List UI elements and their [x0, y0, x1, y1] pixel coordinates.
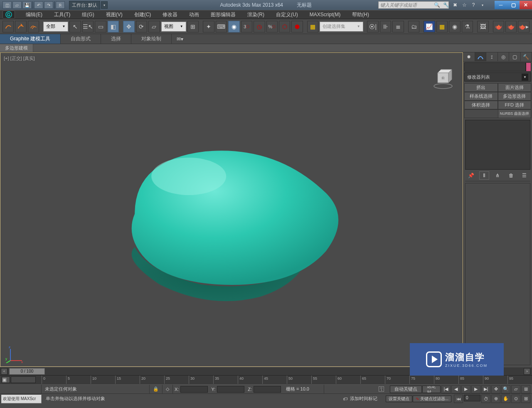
ribbon-tab-selection[interactable]: 选择	[101, 34, 131, 44]
material-icon[interactable]: ◉	[449, 21, 460, 32]
prev-frame-icon[interactable]: ◀	[451, 385, 461, 393]
nav-walk-icon[interactable]: ⊙	[511, 395, 520, 403]
render-setup-icon[interactable]: ⚗	[462, 21, 473, 32]
mod-ffd-select[interactable]: FFD 选择	[498, 101, 532, 109]
bind-icon[interactable]	[28, 21, 39, 32]
pivot-icon[interactable]: ⊞	[187, 21, 199, 32]
app-logo-icon[interactable]: G	[2, 10, 15, 19]
render-frame-icon[interactable]: 🖼	[477, 21, 488, 32]
tab-create-icon[interactable]: ✹	[463, 52, 475, 61]
nav-fov-icon[interactable]: ▱	[511, 385, 520, 393]
tb-toggle-icon[interactable]: ▣	[2, 376, 10, 383]
unlink-icon[interactable]	[15, 21, 26, 32]
qat-link-icon[interactable]: ⎘	[56, 1, 65, 9]
curve-editor-icon[interactable]: 📈	[424, 21, 435, 32]
percent-snap-icon[interactable]: %⬡	[266, 21, 278, 32]
menu-maxscript[interactable]: MAXScript(M)	[304, 11, 347, 18]
selection-set-dropdown[interactable]: 创建选择集▼	[320, 22, 363, 32]
nav-all-icon[interactable]: ⊞	[521, 385, 530, 393]
next-frame-icon[interactable]: ▶	[471, 385, 480, 393]
workspace-arrow-icon[interactable]: ▾	[101, 1, 108, 9]
layer-manager-icon[interactable]: 🗂	[408, 21, 419, 32]
key-prev-icon[interactable]: ⏮	[454, 395, 463, 403]
search-icon[interactable]: 🔍	[433, 1, 441, 9]
goto-start-icon[interactable]: |◀	[441, 385, 451, 393]
tab-hierarchy-icon[interactable]: ⟟	[486, 52, 498, 61]
window-crossing-icon[interactable]: ◧	[108, 21, 119, 32]
menu-edit[interactable]: 编辑(E)	[20, 10, 48, 19]
named-sel-icon[interactable]: ▦	[307, 21, 318, 32]
key-icon[interactable]: 🔧	[442, 1, 450, 9]
menu-tools[interactable]: 工具(T)	[48, 10, 76, 19]
menu-customize[interactable]: 自定义(U)	[270, 10, 304, 19]
menu-help[interactable]: 帮助(H)	[346, 10, 375, 19]
modifier-stack[interactable]	[465, 120, 530, 170]
params-rollout[interactable]	[465, 183, 530, 365]
schematic-icon[interactable]: ▦	[436, 21, 448, 32]
tab-modify-icon[interactable]	[475, 52, 487, 61]
select-name-icon[interactable]: ☰↖	[82, 21, 94, 32]
qat-open-icon[interactable]: ▱	[12, 1, 22, 9]
remove-mod-icon[interactable]: 🗑	[506, 171, 516, 180]
set-key-button[interactable]: 设置关键点	[386, 396, 412, 402]
add-time-tag[interactable]: 添加时间标记	[350, 396, 386, 402]
qat-undo-icon[interactable]: ↶	[34, 1, 43, 9]
menu-group[interactable]: 组(G)	[76, 10, 100, 19]
show-result-icon[interactable]: Ⅱ	[479, 171, 489, 180]
object-color-swatch[interactable]	[526, 62, 531, 72]
key-mode-icon[interactable]: ⚿	[378, 386, 385, 393]
move-icon[interactable]: ✥	[123, 21, 134, 32]
iso-icon[interactable]: ◇	[163, 385, 173, 393]
mod-spline-select[interactable]: 样条线选择	[464, 92, 498, 101]
configure-icon[interactable]: ☰	[520, 171, 530, 180]
nav-max-icon[interactable]: ⊞	[521, 395, 530, 403]
render-iter-icon[interactable]: 🫖	[505, 21, 517, 32]
mod-poly-select[interactable]: 多边形选择	[498, 92, 532, 101]
nav-pan2-icon[interactable]: ✋	[501, 395, 510, 403]
ribbon-tab-paint[interactable]: 对象绘制	[131, 34, 172, 44]
select-icon[interactable]: ↖	[69, 21, 81, 32]
x-field[interactable]	[180, 386, 208, 393]
auto-key-button[interactable]: 自动关键点	[390, 386, 422, 393]
mod-extrude[interactable]: 挤出	[464, 83, 498, 92]
maxscript-listener[interactable]: 欢迎使用 MAXScr	[1, 394, 42, 403]
z-field[interactable]	[254, 386, 281, 393]
modifier-list-dropdown[interactable]: 修改器列表▼	[464, 72, 531, 82]
time-config-icon[interactable]: ⏱	[481, 395, 490, 403]
subribbon-polymod[interactable]: 多边形建模	[0, 44, 33, 52]
render-prod-icon[interactable]: 🫖	[493, 21, 504, 32]
menu-views[interactable]: 视图(V)	[100, 10, 128, 19]
nav-orbit-icon[interactable]: ⊕	[491, 395, 500, 403]
ts-right-icon[interactable]: >	[524, 368, 530, 375]
pin-stack-icon[interactable]: 📌	[466, 171, 476, 180]
mod-vol-select[interactable]: 体积选择	[464, 101, 498, 109]
ribbon-tab-freeform[interactable]: 自由形式	[61, 34, 101, 44]
time-tag-icon[interactable]: 🏷	[340, 396, 350, 401]
spinner-snap-icon[interactable]: ⬡	[279, 21, 290, 32]
keyboard-shortcut-icon[interactable]: ⌨	[216, 21, 227, 32]
scale-icon[interactable]: ▱	[148, 21, 160, 32]
goto-end-icon[interactable]: ▶|	[481, 385, 490, 393]
tab-motion-icon[interactable]: ◎	[498, 52, 510, 61]
qat-new-icon[interactable]: ◫	[2, 1, 12, 9]
play-icon[interactable]: ▶	[461, 385, 470, 393]
align-icon[interactable]: ⊪	[380, 21, 391, 32]
mod-patch-select[interactable]: 面片选择	[498, 83, 532, 92]
angle-snap-icon[interactable]: ◷	[254, 21, 265, 32]
ts-handle[interactable]: 0 / 100	[9, 368, 45, 375]
track-bar[interactable]: ▣ 05101520253035404550556065707580859095	[0, 375, 532, 384]
qat-redo-icon[interactable]: ↷	[44, 1, 53, 9]
y-field[interactable]	[217, 386, 244, 393]
rotate-icon[interactable]: ⟳	[136, 21, 147, 32]
snap-3-icon[interactable]: 3⬡	[241, 21, 252, 32]
viewport[interactable]: [+] [正交] [真实] 前	[0, 52, 463, 367]
help-icon[interactable]: ?	[470, 1, 477, 9]
exchange-icon[interactable]: ✖	[451, 1, 459, 9]
menu-animation[interactable]: 动画	[183, 10, 205, 19]
mod-nurbs-select[interactable]: NURBS 曲面选择	[498, 109, 532, 118]
manipulate-icon[interactable]: ✦	[203, 21, 214, 32]
help-arrow-icon[interactable]: ▾	[479, 1, 486, 9]
render-last-icon[interactable]: 🫖▸	[518, 21, 529, 32]
key-filter-button[interactable]: ∿ 关键点过滤器...	[413, 396, 451, 402]
maximize-button[interactable]: ▢	[507, 1, 520, 9]
